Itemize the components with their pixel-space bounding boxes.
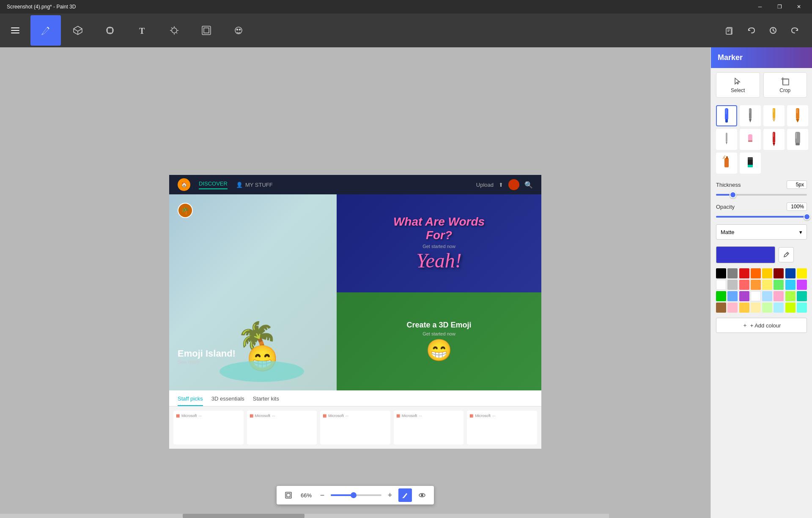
item-logo: ▦ Microsoft ··· — [250, 413, 275, 418]
brush-marker-blue[interactable] — [716, 105, 737, 126]
color-lightorange[interactable] — [751, 280, 761, 290]
brush-spray[interactable] — [716, 153, 737, 174]
color-white[interactable] — [716, 280, 726, 290]
brush-teal-marker[interactable] — [740, 153, 761, 174]
brush-pencil-yellow[interactable] — [763, 105, 785, 126]
svg-rect-0 — [11, 27, 19, 28]
mockup-right-panels: What Are Words For? Get started now Yeah… — [337, 194, 541, 390]
panel-header: Marker — [711, 47, 812, 68]
color-lightyellow[interactable] — [762, 280, 772, 290]
color-paleyellow[interactable] — [751, 303, 761, 313]
color-silver[interactable] — [727, 280, 738, 290]
canvas-area[interactable]: 🏠 DISCOVER 👤 MY STUFF Upload ⬆ 🔍 — [0, 47, 710, 518]
list-item: ▦ Microsoft ··· — [394, 411, 464, 444]
stickers-button[interactable] — [223, 15, 254, 46]
redo-button[interactable] — [785, 20, 805, 41]
paste-button[interactable] — [719, 20, 739, 41]
svg-point-28 — [421, 494, 423, 496]
color-lightgreen[interactable] — [774, 280, 784, 290]
brush-marker-gray[interactable] — [787, 129, 808, 150]
add-color-button[interactable]: ＋ + Add colour — [716, 318, 807, 333]
color-paleblue2[interactable] — [774, 303, 784, 313]
marker-mode-button[interactable] — [398, 488, 412, 502]
color-gray[interactable] — [727, 268, 738, 278]
color-green[interactable] — [716, 291, 726, 301]
list-item: ▦ Microsoft ··· — [320, 411, 390, 444]
texture-row: Matte ▾ — [711, 221, 812, 243]
thickness-thumb[interactable] — [730, 191, 736, 198]
horizontal-scrollbar[interactable] — [0, 514, 609, 518]
opacity-slider-track[interactable] — [716, 216, 807, 218]
select-tool-button[interactable]: Select — [716, 72, 760, 98]
thickness-value[interactable]: 5px — [787, 180, 807, 189]
brush-eraser[interactable] — [740, 129, 761, 150]
color-palegreen[interactable] — [762, 303, 772, 313]
2d-shapes-button[interactable] — [95, 15, 125, 46]
history-button[interactable] — [763, 20, 783, 41]
maximize-button[interactable]: ❐ — [770, 0, 789, 14]
words-title: What Are Words For? — [388, 215, 490, 242]
thickness-slider-track[interactable] — [716, 194, 807, 196]
hamburger-menu[interactable] — [7, 22, 24, 39]
color-orange[interactable] — [751, 268, 761, 278]
color-paleblue[interactable] — [762, 291, 772, 301]
minimize-button[interactable]: ─ — [750, 0, 770, 14]
svg-text:T: T — [139, 26, 145, 35]
eyedropper-button[interactable] — [779, 247, 794, 262]
visibility-toggle-button[interactable] — [415, 488, 429, 502]
color-dark-red2[interactable] — [774, 268, 784, 278]
color-black[interactable] — [716, 268, 726, 278]
effects-button[interactable] — [159, 15, 189, 46]
text-tool-button[interactable]: T — [127, 15, 157, 46]
brush-tool-button[interactable] — [30, 15, 61, 46]
zoom-in-button[interactable]: + — [385, 490, 395, 500]
close-button[interactable]: ✕ — [789, 0, 809, 14]
color-magenta[interactable] — [797, 280, 807, 290]
color-yellow2[interactable] — [797, 268, 807, 278]
color-lightpink[interactable] — [727, 303, 738, 313]
color-yellow[interactable] — [762, 268, 772, 278]
thickness-fill — [716, 194, 730, 196]
fit-to-window-button[interactable] — [282, 488, 295, 502]
tab-starter-kits[interactable]: Starter kits — [253, 395, 279, 406]
opacity-value[interactable]: 100% — [787, 202, 807, 211]
color-teal[interactable] — [797, 291, 807, 301]
mockup-tabs: Staff picks 3D essentials Starter kits — [169, 390, 541, 406]
brush-pen-gray[interactable] — [740, 105, 761, 126]
color-white2[interactable] — [751, 291, 761, 301]
brush-calligraphy-orange[interactable] — [787, 105, 808, 126]
undo-button[interactable] — [741, 20, 761, 41]
svg-rect-61 — [748, 165, 753, 167]
color-lightteal[interactable] — [797, 303, 807, 313]
opacity-thumb[interactable] — [804, 213, 810, 220]
texture-dropdown[interactable]: Matte ▾ — [716, 224, 807, 240]
color-gold[interactable] — [739, 303, 749, 313]
thickness-row: Thickness 5px — [711, 177, 812, 192]
brush-small-pencil[interactable] — [716, 129, 737, 150]
svg-rect-16 — [204, 28, 209, 33]
tab-staff-picks[interactable]: Staff picks — [178, 395, 203, 406]
crop-tool-button[interactable]: Crop — [763, 72, 807, 98]
color-lime[interactable] — [785, 291, 796, 301]
opacity-fill — [716, 216, 807, 218]
3d-objects-button[interactable] — [63, 15, 93, 46]
canvas-button[interactable] — [191, 15, 222, 46]
svg-point-8 — [172, 28, 177, 33]
active-color-swatch[interactable] — [716, 246, 775, 263]
color-cyan[interactable] — [785, 280, 796, 290]
color-blue2[interactable] — [785, 268, 796, 278]
svg-rect-48 — [748, 140, 752, 142]
color-pink[interactable] — [774, 291, 784, 301]
tab-3d-essentials[interactable]: 3D essentials — [211, 395, 244, 406]
zoom-slider[interactable] — [331, 494, 381, 496]
zoom-level: 66% — [299, 492, 314, 499]
color-lightblue[interactable] — [727, 291, 738, 301]
color-brightlime[interactable] — [785, 303, 796, 313]
color-lightred[interactable] — [739, 280, 749, 290]
brush-pen-red[interactable] — [763, 129, 785, 150]
color-purple[interactable] — [739, 291, 749, 301]
color-red[interactable] — [739, 268, 749, 278]
zoom-out-button[interactable]: − — [317, 490, 327, 500]
color-brown[interactable] — [716, 303, 726, 313]
list-item: ▦ Microsoft ··· — [247, 411, 317, 444]
